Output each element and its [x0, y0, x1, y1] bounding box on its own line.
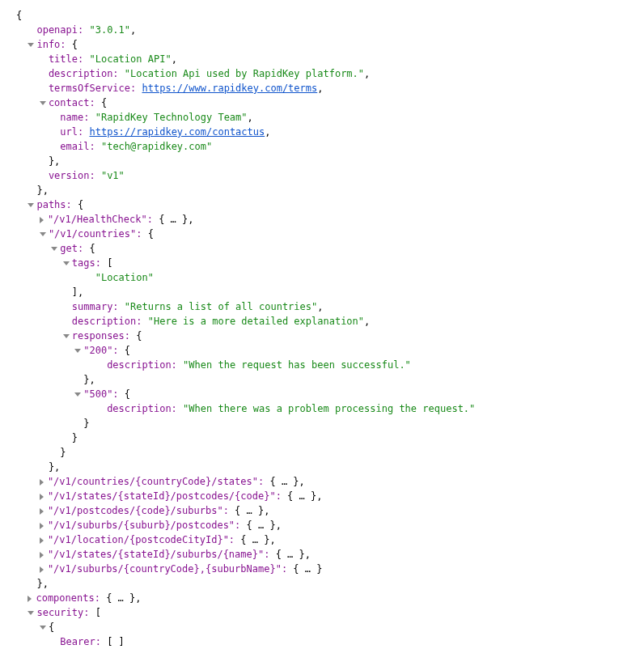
collapse-icon[interactable] — [40, 537, 44, 544]
json-viewer: { openapi: "3.0.1", info: { title: "Loca… — [16, 8, 628, 649]
r500-line[interactable]: "500": { — [16, 387, 628, 401]
get-close: } — [16, 445, 628, 460]
contact-email-line: email: "tech@rapidkey.com" — [16, 139, 628, 154]
responses-line[interactable]: responses: { — [16, 329, 628, 343]
path-collapsed-line[interactable]: "/v1/states/{stateId}/postcodes/{code}":… — [16, 489, 628, 503]
expand-icon[interactable] — [28, 203, 34, 207]
get-line[interactable]: get: { — [16, 241, 628, 256]
info-line[interactable]: info: { — [16, 37, 628, 52]
collapse-icon[interactable] — [40, 217, 44, 223]
collapse-icon[interactable] — [40, 566, 44, 573]
expand-icon[interactable] — [40, 232, 46, 236]
expand-icon[interactable] — [74, 392, 81, 397]
healthcheck-line[interactable]: "/v1/HealthCheck": { … }, — [16, 212, 628, 227]
collapse-icon[interactable] — [40, 494, 44, 500]
contact-name-line: name: "RapidKey Technology Team", — [16, 110, 628, 125]
r200-close: }, — [16, 372, 628, 387]
path-collapsed-line[interactable]: "/v1/location/{postcodeCityId}": { … }, — [16, 532, 628, 547]
paths-close: }, — [16, 576, 628, 591]
r500-close: } — [16, 416, 628, 431]
collapse-icon[interactable] — [40, 523, 44, 529]
path-collapsed-line[interactable]: "/v1/countries/{countryCode}/states": { … — [16, 474, 628, 489]
expand-icon[interactable] — [28, 43, 34, 47]
version-line: version: "v1" — [16, 168, 628, 183]
terms-line: termsOfService: https://www.rapidkey.com… — [16, 81, 628, 95]
collapse-icon[interactable] — [40, 508, 44, 515]
path-collapsed-line[interactable]: "/v1/suburbs/{countryCode},{suburbName}"… — [16, 562, 628, 576]
expand-icon[interactable] — [28, 611, 34, 615]
expand-icon[interactable] — [63, 261, 70, 265]
contact-line[interactable]: contact: { — [16, 95, 628, 110]
paths-line[interactable]: paths: { — [16, 197, 628, 212]
terms-link[interactable]: https://www.rapidkey.com/terms — [142, 83, 318, 94]
expand-icon[interactable] — [40, 101, 46, 105]
get-description-line: description: "Here is a more detailed ex… — [16, 314, 628, 329]
path-collapsed-line[interactable]: "/v1/states/{stateId}/suburbs/{name}": {… — [16, 547, 628, 562]
countries-line[interactable]: "/v1/countries": { — [16, 227, 628, 241]
info-close: }, — [16, 183, 628, 197]
countries-close: }, — [16, 460, 628, 474]
expand-icon[interactable] — [51, 247, 57, 251]
contact-url-link[interactable]: https://rapidkey.com/contactus — [89, 126, 265, 138]
tags-line[interactable]: tags: [ — [16, 256, 628, 270]
contact-url-line: url: https://rapidkey.com/contactus, — [16, 125, 628, 139]
r200-desc-line: description: "When the request has been … — [16, 358, 628, 372]
brace-open: { — [16, 8, 628, 23]
tags-item: "Location" — [16, 270, 628, 285]
r500-desc-line: description: "When there was a problem p… — [16, 401, 628, 416]
collapse-icon[interactable] — [40, 479, 44, 486]
path-collapsed-line[interactable]: "/v1/suburbs/{suburb}/postcodes": { … }, — [16, 518, 628, 532]
security-item-line[interactable]: { — [16, 620, 628, 634]
expand-icon[interactable] — [40, 626, 46, 630]
responses-close: } — [16, 431, 628, 445]
expand-icon[interactable] — [63, 334, 70, 338]
summary-line: summary: "Returns a list of all countrie… — [16, 299, 628, 314]
r200-line[interactable]: "200": { — [16, 343, 628, 358]
title-line: title: "Location API", — [16, 52, 628, 66]
expand-icon[interactable] — [74, 349, 81, 353]
openapi-line: openapi: "3.0.1", — [16, 23, 628, 37]
description-line: description: "Location Api used by Rapid… — [16, 66, 628, 81]
collapse-icon[interactable] — [28, 596, 32, 602]
components-line[interactable]: components: { … }, — [16, 591, 628, 605]
path-collapsed-line[interactable]: "/v1/postcodes/{code}/suburbs": { … }, — [16, 503, 628, 518]
tags-close: ], — [16, 285, 628, 299]
contact-close: }, — [16, 154, 628, 168]
bearer-line: Bearer: [ ] — [16, 634, 628, 649]
collapse-icon[interactable] — [40, 552, 44, 558]
security-line[interactable]: security: [ — [16, 605, 628, 620]
